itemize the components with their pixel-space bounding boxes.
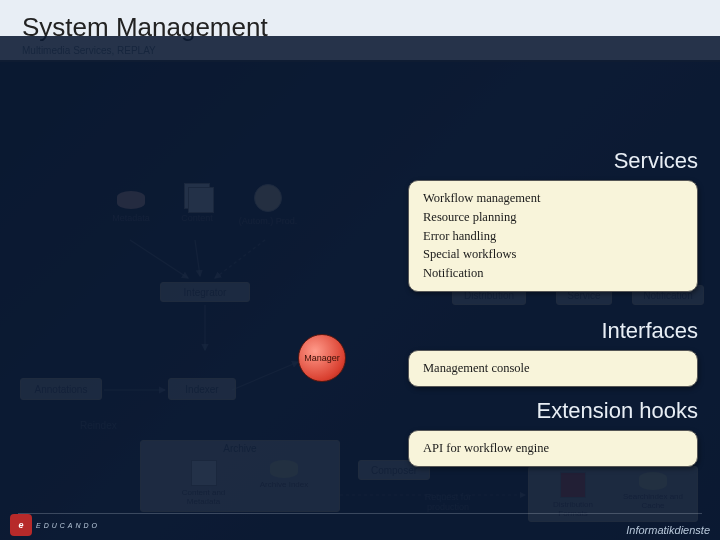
annotations-box: Annotations: [20, 378, 102, 400]
ext-item: API for workflow engine: [423, 439, 683, 458]
integrator-box: Integrator: [160, 282, 250, 302]
manager-label: Manager: [304, 353, 340, 363]
logo-e-icon: e: [10, 514, 32, 536]
svc-item: Special workflows: [423, 245, 683, 264]
metadata-icon: [117, 191, 145, 209]
page-subtitle: Multimedia Services, REPLAY: [22, 45, 698, 56]
interfaces-heading: Interfaces: [601, 318, 698, 344]
services-card: Workflow management Resource planning Er…: [408, 180, 698, 292]
extension-card: API for workflow engine: [408, 430, 698, 467]
page-title: System Management: [22, 12, 698, 43]
indexer-label: Indexer: [185, 384, 218, 395]
archive-group: Archive Content and Metadata Archive Ind…: [140, 440, 340, 512]
svc-item: Workflow management: [423, 189, 683, 208]
content-label: Content: [181, 213, 213, 223]
manager-node: Manager: [298, 334, 346, 382]
content-node: Content: [168, 172, 226, 232]
svg-line-5: [232, 362, 298, 390]
iface-item: Management console: [423, 359, 683, 378]
archive-label: Archive: [223, 443, 256, 454]
content-metadata-icon: [191, 460, 217, 486]
svg-line-2: [215, 240, 265, 278]
interfaces-card: Management console: [408, 350, 698, 387]
svc-item: Notification: [423, 264, 683, 283]
autom-prod-icon: [254, 184, 282, 212]
footer-right-brand: Informatikdienste: [626, 524, 710, 536]
content-icon: [188, 187, 214, 213]
dist-formats-icon: [560, 472, 586, 498]
annotations-label: Annotations: [35, 384, 88, 395]
svg-line-0: [130, 240, 188, 278]
autom-prod-label: (Autom.) Prod.: [239, 216, 298, 226]
reindex-label: Reindex: [80, 420, 117, 431]
svc-item: Error handling: [423, 227, 683, 246]
svc-item: Resource planning: [423, 208, 683, 227]
autom-prod-node: (Autom.) Prod.: [234, 175, 302, 233]
indexer-box: Indexer: [168, 378, 236, 400]
metadata-node: Metadata: [102, 178, 160, 233]
search-cache-icon: [639, 472, 667, 490]
header: System Management Multimedia Services, R…: [0, 0, 720, 62]
footer-left-brand: EDUCANDO: [36, 522, 100, 529]
extension-heading: Extension hooks: [537, 398, 698, 424]
metadata-label: Metadata: [112, 213, 150, 223]
composer-label: Composer: [371, 465, 417, 476]
request-prod-label: Request for production: [416, 492, 480, 512]
archive-index-label: Archive Index: [257, 480, 312, 489]
svg-line-1: [195, 240, 200, 276]
integrator-label: Integrator: [184, 287, 227, 298]
content-metadata-label: Content and Metadata: [169, 488, 239, 506]
search-cache-label: Searchindex and Cache: [620, 492, 686, 510]
services-heading: Services: [614, 148, 698, 174]
footer: e EDUCANDO Informatikdienste: [10, 514, 710, 536]
archive-index-icon: [270, 460, 298, 478]
